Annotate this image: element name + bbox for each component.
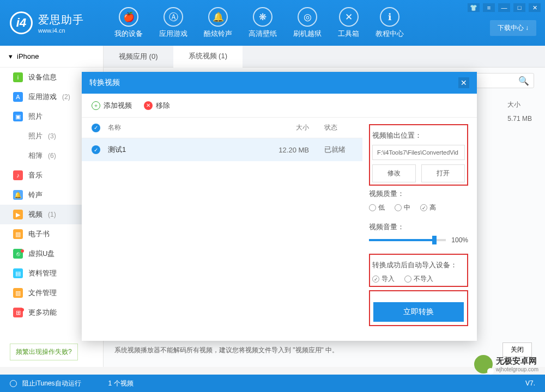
footer-count: 1 个视频: [108, 379, 134, 388]
volume-slider[interactable]: [369, 239, 446, 241]
col-name: 名称: [108, 123, 260, 132]
remove-button[interactable]: ✕移除: [144, 101, 170, 111]
convert-video-dialog: 转换视频 ✕ ＋添加视频 ✕移除 ✓ 名称 大小 状态 ✓ 测试1 12.20 …: [82, 72, 477, 341]
apps-sm-icon: A: [13, 92, 23, 102]
close-icon[interactable]: ✕: [529, 3, 541, 12]
toggle-icon[interactable]: [10, 380, 17, 387]
minimize-icon[interactable]: —: [498, 3, 510, 12]
nav-my-device[interactable]: 🍎我的设备: [114, 7, 143, 39]
auto-import-label: 转换成功后自动导入设备：: [372, 260, 465, 270]
radio-icon: [395, 204, 402, 211]
folder-icon: ▥: [13, 288, 23, 298]
col-status: 状态: [309, 123, 353, 132]
check-icon[interactable]: ✓: [92, 145, 100, 154]
device-header[interactable]: ▾ iPhone: [0, 46, 103, 68]
open-button[interactable]: 打开: [421, 164, 465, 182]
auto-import-yes[interactable]: 导入: [372, 274, 395, 284]
info-sm-icon: i: [13, 72, 23, 82]
download-center-button[interactable]: 下载中心 ↓: [490, 20, 536, 36]
convert-button[interactable]: 立即转换: [373, 302, 464, 322]
quality-high[interactable]: 高: [420, 203, 436, 212]
info-icon: ℹ: [380, 7, 399, 27]
modify-button[interactable]: 修改: [372, 164, 416, 182]
add-video-button[interactable]: ＋添加视频: [92, 101, 132, 111]
book-icon: ▥: [13, 229, 23, 239]
badge-dot-icon: [21, 249, 24, 253]
quality-low[interactable]: 低: [369, 203, 385, 212]
menu-icon[interactable]: ≡: [483, 3, 495, 12]
col-size: 大小: [260, 123, 309, 132]
apple-icon: 🍎: [119, 7, 138, 27]
radio-checked-icon: [420, 204, 427, 211]
hint-text: 系统视频播放器不能解码所有视频，建议您将视频文件导入到 "视频应用" 中。: [114, 346, 338, 355]
bell-sm-icon: 🔔: [13, 190, 23, 200]
apps-icon: Ⓐ: [164, 7, 183, 27]
size-column: 大小5.71 MB: [507, 100, 532, 122]
skin-icon[interactable]: 👕: [468, 3, 480, 12]
volume-value: 100%: [451, 236, 468, 244]
dialog-title: 转换视频: [89, 78, 120, 88]
music-icon: ♪: [13, 170, 23, 180]
tools-icon: ✕: [339, 7, 359, 27]
bell-icon: 🔔: [208, 7, 228, 27]
nav-flash[interactable]: ◎刷机越狱: [293, 7, 322, 39]
help-link[interactable]: 频繁出现操作失败?: [10, 344, 78, 360]
quality-label: 视频质量：: [369, 189, 468, 199]
watermark: 无极安卓网wjhotelgroup.com: [474, 355, 538, 373]
video-icon: ▶: [13, 210, 23, 219]
dialog-close-icon[interactable]: ✕: [458, 77, 469, 88]
nav-wallpapers[interactable]: ❋高清壁纸: [249, 7, 277, 39]
badge-dot-icon: [21, 308, 24, 311]
tab-system-videos[interactable]: 系统视频 (1): [173, 46, 243, 68]
footer-version: V7.: [525, 379, 535, 387]
box-icon: ◎: [298, 7, 317, 27]
maximize-icon[interactable]: □: [513, 3, 525, 12]
nav-toolbox[interactable]: ✕工具箱: [338, 7, 359, 39]
table-row[interactable]: ✓ 测试1 12.20 MB 已就绪: [82, 138, 362, 161]
app-name: 爱思助手: [38, 13, 84, 27]
output-path: F:\i4Tools7\Files\ConvertedVid: [372, 145, 465, 160]
data-icon: ▤: [13, 268, 23, 278]
app-url: www.i4.cn: [38, 27, 84, 34]
radio-checked-icon: [372, 275, 379, 283]
tab-video-apps[interactable]: 视频应用 (0): [104, 46, 173, 68]
logo-icon: i4: [10, 11, 33, 34]
output-label: 视频输出位置：: [372, 131, 465, 140]
nav-tutorials[interactable]: ℹ教程中心: [376, 7, 404, 39]
check-all-icon[interactable]: ✓: [92, 124, 100, 132]
logo: i4 爱思助手 www.i4.cn: [0, 11, 104, 34]
watermark-icon: [474, 355, 493, 373]
search-icon: 🔍: [518, 76, 529, 86]
remove-icon: ✕: [144, 101, 153, 110]
flower-icon: ❋: [253, 7, 272, 27]
auto-import-no[interactable]: 不导入: [404, 274, 433, 284]
radio-icon: [369, 204, 376, 211]
volume-label: 视频音量：: [369, 222, 468, 232]
nav-ringtones[interactable]: 🔔酷炫铃声: [204, 7, 232, 39]
footer-itunes[interactable]: 阻止iTunes自动运行: [22, 379, 81, 388]
quality-mid[interactable]: 中: [395, 203, 410, 212]
photo-icon: ▣: [13, 112, 23, 121]
top-nav: 🍎我的设备 Ⓐ应用游戏 🔔酷炫铃声 ❋高清壁纸 ◎刷机越狱 ✕工具箱 ℹ教程中心: [114, 7, 404, 39]
radio-icon: [404, 275, 411, 283]
plus-icon: ＋: [92, 101, 100, 110]
nav-apps[interactable]: Ⓐ应用游戏: [159, 7, 187, 39]
slider-thumb-icon[interactable]: [432, 236, 437, 244]
